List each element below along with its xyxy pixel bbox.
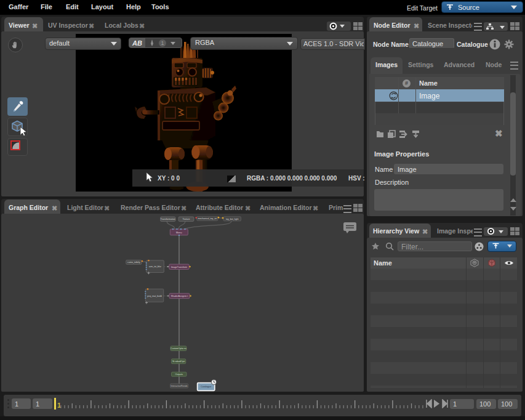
svg-text:toy_bot_light: toy_bot_light: [226, 218, 238, 220]
svg-text:CustomOptio ns: CustomOptio ns: [170, 347, 186, 350]
svg-text:Catalogue: Catalogue: [201, 386, 211, 388]
svg-text:ImageTransform: ImageTransform: [171, 266, 187, 269]
svg-text:ShaderAssignm t: ShaderAssignm t: [171, 295, 188, 297]
svg-text:Texture: Texture: [183, 218, 190, 220]
svg-text:camo_txtbrly: camo_txtbrly: [127, 261, 140, 264]
svg-text:Menu: Menu: [176, 232, 182, 234]
svg-text:Transformation: Transformation: [161, 218, 175, 220]
svg-text:InteractiveRende: InteractiveRende: [171, 385, 188, 387]
svg-text:St ndardOpti: St ndardOpti: [172, 360, 185, 363]
svg-text:arm_txt_blur: arm_txt_blur: [149, 265, 162, 268]
svg-text:mechanical_toy_txt: mechanical_toy_txt: [198, 217, 217, 220]
svg-text:Outputs: Outputs: [175, 373, 183, 376]
svg-text:proj_mat_build: proj_mat_build: [147, 295, 162, 297]
